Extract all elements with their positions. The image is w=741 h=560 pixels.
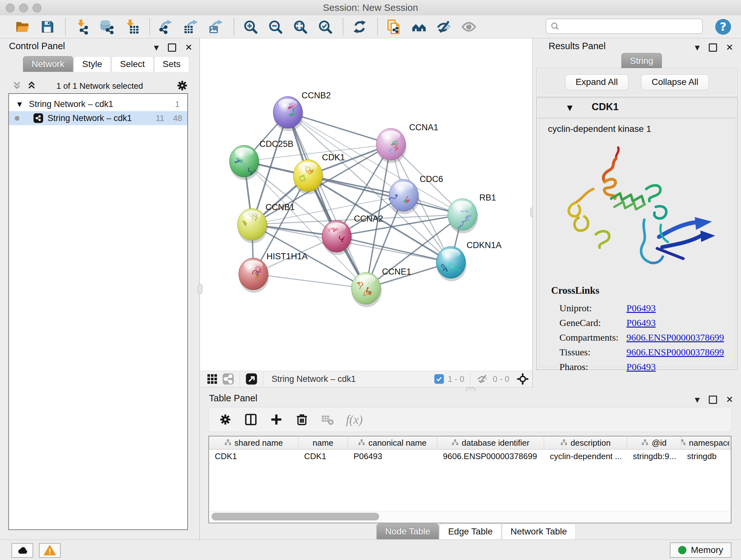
- panel-close-icon[interactable]: ✕: [185, 42, 192, 53]
- crosslink-compartments-link[interactable]: 9606.ENSP00000378699: [626, 332, 724, 343]
- column-header-namespace[interactable]: namespace: [681, 436, 730, 449]
- tab-select[interactable]: Select: [111, 56, 153, 72]
- tab-node-table[interactable]: Node Table: [377, 523, 439, 539]
- table-row[interactable]: CDK1CDK1P064939606.ENSP00000378699cyclin…: [209, 449, 731, 463]
- table-cell[interactable]: CDK1: [298, 449, 348, 463]
- panel-float-icon[interactable]: [168, 44, 176, 52]
- section-expand-caret-icon[interactable]: ▼: [567, 104, 572, 112]
- first-neighbors-icon[interactable]: [409, 17, 429, 37]
- import-table-file-icon[interactable]: [122, 17, 142, 37]
- clone-network-icon[interactable]: [384, 17, 404, 37]
- add-column-icon[interactable]: [269, 413, 283, 427]
- node-CCNA1[interactable]: CCNA1: [376, 123, 439, 163]
- pan-crosshair-icon[interactable]: [516, 373, 529, 385]
- tab-sets[interactable]: Sets: [154, 56, 189, 72]
- table-cell[interactable]: stringdb:9...: [627, 449, 681, 463]
- column-header-canonical-name[interactable]: canonical name: [348, 436, 437, 449]
- save-session-icon[interactable]: [38, 17, 57, 37]
- node-CCNE1[interactable]: CCNE1: [351, 267, 411, 307]
- tree-column-icon: [681, 438, 686, 448]
- selected-checkbox[interactable]: [434, 374, 444, 384]
- open-session-icon[interactable]: [13, 17, 32, 37]
- column-header-database-identifier[interactable]: database identifier: [437, 436, 544, 449]
- view-network-icon[interactable]: [222, 373, 234, 385]
- network-collection-row[interactable]: ▼ String Network – cdk1 1: [9, 97, 187, 111]
- search-box[interactable]: [546, 18, 703, 34]
- help-icon[interactable]: ?: [714, 18, 732, 36]
- node-label-CDC6: CDC6: [420, 174, 443, 184]
- panel-close-icon[interactable]: ✕: [726, 394, 733, 405]
- results-panel: Results Panel ▼ ✕ String Expand All Coll…: [532, 38, 741, 387]
- tab-network-table[interactable]: Network Table: [502, 523, 576, 539]
- network-options-gear-icon[interactable]: [176, 79, 189, 93]
- node-CDK1[interactable]: CDK1: [293, 152, 345, 194]
- panel-close-icon[interactable]: ✕: [726, 42, 733, 53]
- table-options-gear-icon[interactable]: [218, 413, 232, 427]
- crosslink-row: Uniprot: P06493: [551, 301, 724, 315]
- network-view-canvas[interactable]: CCNB2CCNA1CDC25BCDK1CDC6RB1CCNB1CCNA2CDK…: [200, 38, 532, 371]
- node-HIST1H1A[interactable]: HIST1H1A: [239, 252, 308, 293]
- import-network-database-icon[interactable]: [97, 17, 117, 37]
- panel-collapse-icon[interactable]: ▼: [695, 44, 699, 51]
- view-grid-icon[interactable]: [206, 373, 219, 385]
- horizontal-scrollbar[interactable]: [210, 511, 730, 522]
- crosslink-label: Pharos:: [551, 361, 626, 372]
- delete-column-icon[interactable]: [295, 413, 309, 427]
- show-columns-icon[interactable]: [244, 413, 258, 427]
- birds-eye-view-icon[interactable]: [245, 373, 258, 385]
- panel-collapse-icon[interactable]: ▼: [154, 44, 158, 51]
- expand-all-button[interactable]: Expand All: [565, 74, 628, 90]
- warnings-button[interactable]: [39, 543, 61, 558]
- zoom-selected-icon[interactable]: [315, 17, 335, 37]
- export-image-file-icon[interactable]: [206, 17, 226, 37]
- tab-style[interactable]: Style: [74, 56, 111, 72]
- node-RB1[interactable]: RB1: [448, 193, 496, 233]
- table-cell[interactable]: cyclin-dependent ...: [544, 449, 627, 463]
- panel-float-icon[interactable]: [709, 395, 717, 404]
- table-cell[interactable]: CDK1: [209, 449, 298, 463]
- panel-float-icon[interactable]: [709, 44, 717, 52]
- crosslink-uniprot-link[interactable]: P06493: [626, 303, 656, 314]
- node-label-CDK1: CDK1: [322, 152, 345, 162]
- cloud-services-button[interactable]: [11, 543, 33, 558]
- node-CDKN1A[interactable]: CDKN1A: [436, 240, 502, 281]
- column-header-name[interactable]: name: [298, 436, 348, 449]
- crosslink-label: Tissues:: [551, 347, 626, 358]
- import-network-file-icon[interactable]: [72, 17, 92, 37]
- edge-CCNE1-HIST1H1A[interactable]: [253, 274, 366, 288]
- zoom-in-icon[interactable]: [241, 17, 260, 37]
- crosslink-tissues-link[interactable]: 9606.ENSP00000378699: [626, 347, 724, 358]
- left-splitter-handle[interactable]: [198, 284, 202, 294]
- collapse-all-button[interactable]: Collapse All: [641, 74, 709, 90]
- memory-button[interactable]: Memory: [670, 543, 731, 558]
- edge-CCNA2-CDKN1A[interactable]: [337, 236, 451, 262]
- table-cell[interactable]: 9606.ENSP00000378699: [437, 449, 544, 463]
- column-header--id[interactable]: @id: [627, 436, 681, 449]
- scrollbar-thumb[interactable]: [212, 513, 379, 520]
- network-row[interactable]: String Network – cdk1 11 48: [9, 111, 187, 125]
- crosslink-genecard-link[interactable]: P06493: [626, 317, 656, 328]
- zoom-fit-icon[interactable]: [290, 17, 310, 37]
- tab-string[interactable]: String: [621, 53, 662, 69]
- results-section-header[interactable]: ▼ CDK1: [537, 98, 737, 118]
- node-CDC25B[interactable]: CDC25B: [229, 139, 293, 180]
- table-cell[interactable]: stringdb: [681, 449, 730, 463]
- search-icon: [550, 21, 560, 31]
- zoom-out-icon[interactable]: [266, 17, 285, 37]
- hide-selected-eye-icon[interactable]: [434, 17, 454, 37]
- column-header-description[interactable]: description: [544, 436, 627, 449]
- edge-CCNB2-CCNE1[interactable]: [288, 112, 366, 288]
- search-input[interactable]: [560, 21, 695, 32]
- crosslink-pharos-link[interactable]: P06493: [626, 361, 656, 372]
- tab-network[interactable]: Network: [23, 56, 73, 72]
- export-network-file-icon[interactable]: [156, 17, 176, 37]
- panel-collapse-icon[interactable]: ▼: [695, 396, 699, 403]
- export-table-file-icon[interactable]: [181, 17, 201, 37]
- network-graph[interactable]: CCNB2CCNA1CDC25BCDK1CDC6RB1CCNB1CCNA2CDK…: [200, 38, 532, 371]
- table-cell[interactable]: P06493: [348, 449, 437, 463]
- collection-expand-caret-icon[interactable]: ▼: [17, 101, 22, 108]
- refresh-icon[interactable]: [350, 17, 369, 37]
- toolbar-separator: [149, 18, 150, 36]
- column-header-shared-name[interactable]: shared name: [209, 436, 298, 449]
- tab-edge-table[interactable]: Edge Table: [440, 523, 501, 539]
